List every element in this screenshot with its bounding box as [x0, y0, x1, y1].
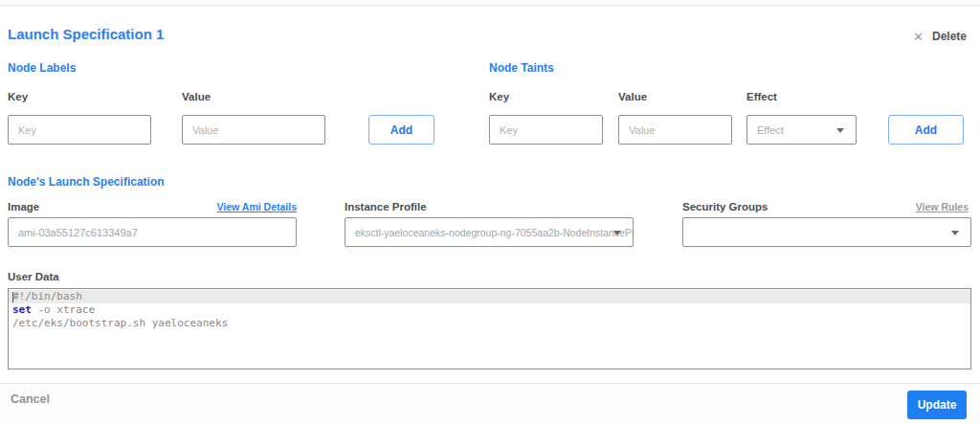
- node-labels-add-button[interactable]: Add: [368, 115, 434, 145]
- node-labels-heading: Node Labels: [8, 61, 76, 75]
- top-divider: [0, 5, 980, 6]
- code-token: #!/bin/bash: [12, 290, 82, 302]
- node-taints-value-input[interactable]: [618, 115, 732, 145]
- code-line[interactable]: #!/bin/bash: [9, 290, 970, 303]
- launch-spec-heading: Node's Launch Specification: [8, 175, 165, 189]
- user-data-editor[interactable]: #!/bin/bashset -o xtrace/etc/eks/bootstr…: [8, 288, 971, 369]
- node-labels-value-label: Value: [182, 91, 211, 102]
- node-taints-key-input[interactable]: [489, 115, 603, 145]
- node-taints-effect-select-value: Effect: [757, 124, 784, 136]
- image-input[interactable]: [8, 217, 297, 247]
- code-token: /etc/eks/bootstrap.sh yaeloceaneks: [12, 317, 228, 329]
- node-taints-key-label: Key: [489, 91, 509, 102]
- chevron-down-icon: [613, 231, 621, 235]
- chevron-down-icon: [951, 231, 959, 235]
- security-groups-select[interactable]: [682, 217, 971, 247]
- security-groups-label: Security Groups: [682, 201, 768, 212]
- x-icon: ✕: [913, 31, 924, 43]
- node-taints-value-label: Value: [618, 91, 647, 102]
- node-labels-key-label: Key: [8, 91, 28, 102]
- instance-profile-label: Instance Profile: [345, 201, 427, 212]
- code-token: -o xtrace: [32, 303, 95, 316]
- cancel-button[interactable]: Cancel: [11, 392, 50, 406]
- node-taints-effect-label: Effect: [746, 91, 777, 102]
- instance-profile-select[interactable]: eksctl-yaeloceaneks-nodegroup-ng-7055aa2…: [345, 217, 634, 247]
- node-taints-add-button[interactable]: Add: [888, 115, 964, 145]
- node-labels-value-input[interactable]: [182, 115, 325, 145]
- code-line[interactable]: set -o xtrace: [9, 303, 970, 317]
- node-taints-effect-select[interactable]: Effect: [746, 115, 857, 145]
- user-data-label: User Data: [8, 271, 59, 282]
- view-rules-link[interactable]: View Rules: [916, 201, 969, 212]
- footer-bar: [0, 384, 980, 425]
- chevron-down-icon: [836, 128, 844, 133]
- code-token-keyword: set: [12, 303, 32, 316]
- node-labels-key-input[interactable]: [8, 115, 151, 145]
- node-taints-heading: Node Taints: [489, 61, 554, 75]
- page-title: Launch Specification 1: [8, 26, 164, 42]
- code-line[interactable]: /etc/eks/bootstrap.sh yaeloceaneks: [9, 317, 970, 330]
- instance-profile-select-value: eksctl-yaeloceaneks-nodegroup-ng-7055aa2…: [355, 227, 634, 238]
- delete-button-label: Delete: [932, 30, 967, 43]
- delete-button[interactable]: ✕ Delete: [913, 30, 967, 43]
- view-ami-details-link[interactable]: View Ami Details: [217, 201, 297, 212]
- image-label: Image: [8, 201, 39, 212]
- update-button[interactable]: Update: [907, 391, 967, 419]
